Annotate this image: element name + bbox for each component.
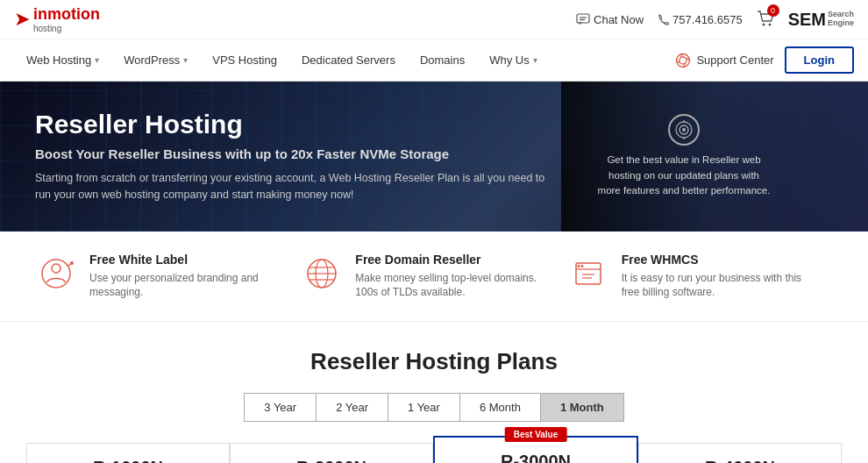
nav-domains[interactable]: Domains xyxy=(408,39,477,81)
feature-whmcs: Free WHMCS It is easy to run your busine… xyxy=(567,253,833,301)
support-label: Support Center xyxy=(696,53,773,67)
plan-r4000n: R-4000N You Save 45% $50.00/mo. xyxy=(638,443,842,463)
hero-side-text: Get the best value in Reseller web hosti… xyxy=(596,153,772,198)
phone-display: 757.416.6575 xyxy=(658,13,743,26)
plan-r1000n: R-1000N You Save 58% $14.99/mo. xyxy=(26,443,230,463)
feature-whmcs-text: Free WHMCS It is easy to run your busine… xyxy=(622,253,815,301)
hero-title: Reseller Hosting xyxy=(35,110,561,139)
plan-r3000n-name: R-3000N xyxy=(445,452,626,463)
svg-point-13 xyxy=(682,128,686,132)
best-value-badge: Best Value xyxy=(505,427,567,442)
logo-arrow: ➤ xyxy=(14,8,30,31)
nav-items: Web Hosting ▾ WordPress ▾ VPS Hosting De… xyxy=(14,39,675,81)
chevron-down-icon: ▾ xyxy=(95,55,99,65)
top-bar: ➤ inmotion hosting Chat Now 757.416.6575… xyxy=(0,0,868,39)
plan-r1000n-name: R-1000N xyxy=(38,458,218,463)
svg-point-6 xyxy=(679,57,687,64)
chevron-down-icon: ▾ xyxy=(183,55,188,65)
features-row: Free White Label Use your personalized b… xyxy=(0,232,868,323)
chat-label: Chat Now xyxy=(594,13,644,26)
logo-sub: hosting xyxy=(33,24,100,33)
period-tabs: 3 Year 2 Year 1 Year 6 Month 1 Month xyxy=(18,393,850,422)
phone-number: 757.416.6575 xyxy=(672,13,743,26)
period-3year[interactable]: 3 Year xyxy=(244,393,316,422)
plan-r4000n-name: R-4000N xyxy=(650,458,830,463)
target-icon xyxy=(674,120,694,139)
hero-section: Reseller Hosting Boost Your Reseller Bus… xyxy=(0,82,868,232)
period-1year[interactable]: 1 Year xyxy=(388,393,459,422)
cart-badge: 0 xyxy=(767,4,779,17)
hero-side-panel: Get the best value in Reseller web hosti… xyxy=(596,114,772,198)
white-label-icon xyxy=(35,253,77,295)
sem-logo: SEM SearchEngine xyxy=(788,10,854,30)
plan-r3000n: Best Value R-3000N You Save 34% $40.00/m… xyxy=(433,436,638,463)
nav-dedicated-servers[interactable]: Dedicated Servers xyxy=(289,39,408,81)
cart-button[interactable]: 0 xyxy=(757,10,774,30)
feature-domain-text: Free Domain Reseller Make money selling … xyxy=(355,253,549,301)
hero-subtitle: Boost Your Reseller Business with up to … xyxy=(35,146,561,161)
support-icon xyxy=(675,53,691,68)
chat-icon xyxy=(576,13,590,25)
svg-rect-0 xyxy=(577,14,589,23)
plan-r2000n: R-2000N You Save 29% $30.00/mo. xyxy=(230,443,433,463)
nav-vps-hosting[interactable]: VPS Hosting xyxy=(200,39,289,81)
main-nav: Web Hosting ▾ WordPress ▾ VPS Hosting De… xyxy=(0,39,868,82)
svg-point-4 xyxy=(768,23,771,25)
plan-r2000n-name: R-2000N xyxy=(241,458,422,463)
login-button[interactable]: Login xyxy=(785,46,854,74)
period-2year[interactable]: 2 Year xyxy=(316,393,388,422)
phone-icon xyxy=(658,14,669,25)
svg-point-30 xyxy=(580,265,583,267)
period-1month[interactable]: 1 Month xyxy=(540,393,624,422)
whmcs-icon xyxy=(567,253,609,295)
feature-white-label: Free White Label Use your personalized b… xyxy=(35,253,301,301)
chat-button[interactable]: Chat Now xyxy=(576,13,644,26)
support-center-button[interactable]: Support Center xyxy=(675,53,773,68)
feature-domain-reseller: Free Domain Reseller Make money selling … xyxy=(301,253,566,301)
nav-web-hosting[interactable]: Web Hosting ▾ xyxy=(14,39,111,81)
svg-point-17 xyxy=(52,264,60,273)
nav-why-us[interactable]: Why Us ▾ xyxy=(477,39,550,81)
hero-desc: Starting from scratch or transferring yo… xyxy=(35,170,561,203)
sem-letters: SEM xyxy=(788,10,826,30)
chevron-down-icon: ▾ xyxy=(533,55,537,65)
plans-section: Reseller Hosting Plans 3 Year 2 Year 1 Y… xyxy=(0,322,868,463)
svg-point-3 xyxy=(762,23,765,25)
svg-point-29 xyxy=(577,265,580,267)
plan-cards: R-1000N You Save 58% $14.99/mo. R-2000N … xyxy=(18,443,850,463)
hero-content: Reseller Hosting Boost Your Reseller Bus… xyxy=(35,110,561,203)
svg-point-19 xyxy=(70,261,74,265)
logo: ➤ inmotion hosting xyxy=(14,5,100,33)
nav-wordpress[interactable]: WordPress ▾ xyxy=(111,39,200,81)
feature-white-label-text: Free White Label Use your personalized b… xyxy=(89,253,283,301)
period-6month[interactable]: 6 Month xyxy=(459,393,540,422)
logo-brand: inmotion xyxy=(33,5,100,23)
nav-right: Support Center Login xyxy=(675,46,854,74)
sem-full: SearchEngine xyxy=(828,11,854,28)
domain-icon xyxy=(301,253,343,295)
svg-point-5 xyxy=(677,53,690,67)
hero-side-icon xyxy=(668,114,700,146)
plans-title: Reseller Hosting Plans xyxy=(18,348,850,375)
